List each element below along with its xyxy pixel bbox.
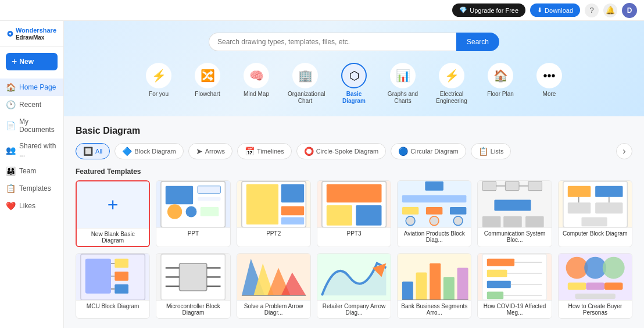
mcu-diagram-icon <box>76 254 149 300</box>
featured-templates-label: Featured Templates <box>76 167 632 176</box>
category-list: ⚡ For you 🔀 Flowchart 🧠 Mind Map 🏢 Organ… <box>76 63 632 105</box>
new-button-label: New <box>19 58 34 66</box>
upgrade-button[interactable]: 💎 Upgrade for Free <box>452 3 525 17</box>
template-thumb-aviation <box>398 181 471 227</box>
filter-tab-label: All <box>95 148 102 155</box>
circle-spoke-tab-icon: ⭕ <box>304 147 314 156</box>
new-button[interactable]: + New <box>6 53 58 70</box>
filter-tab-lists[interactable]: 📋 Lists <box>471 143 511 159</box>
svg-rect-14 <box>327 184 382 202</box>
category-label: Basic Diagram <box>337 91 371 105</box>
svg-rect-64 <box>402 281 413 300</box>
filter-tab-circle-spoke[interactable]: ⭕ Circle-Spoke Diagram <box>296 143 387 159</box>
help-icon[interactable]: ? <box>585 3 599 17</box>
template-thumb-ppt <box>156 181 230 227</box>
svg-rect-72 <box>487 269 507 277</box>
category-flowchart[interactable]: 🔀 Flowchart <box>190 63 225 105</box>
hero-banner: Search ⚡ For you 🔀 Flowchart 🧠 Mind Map <box>64 21 644 116</box>
template-bank[interactable]: Bank Business Segments Arro... <box>397 253 471 319</box>
search-input[interactable] <box>209 33 456 51</box>
category-mind-map[interactable]: 🧠 Mind Map <box>239 63 274 105</box>
sidebar-item-home[interactable]: 🏠 Home Page <box>0 79 63 96</box>
bank-diagram-icon <box>398 254 471 300</box>
sidebar-item-label: Templates <box>19 184 51 192</box>
svg-rect-20 <box>426 207 442 215</box>
sidebar-item-templates[interactable]: 📋 Templates <box>0 180 63 197</box>
sidebar-item-label: Likes <box>19 202 35 210</box>
solve-problem-diagram-icon <box>237 254 310 300</box>
svg-rect-27 <box>528 181 542 191</box>
download-button[interactable]: ⬇ Download <box>530 3 580 17</box>
template-covid[interactable]: How COVID-19 Affected Meg... <box>477 253 552 319</box>
template-label: How COVID-19 Affected Meg... <box>478 300 551 318</box>
filter-scroll-right-button[interactable]: › <box>616 143 632 159</box>
filter-tab-timelines[interactable]: 📅 Timelines <box>237 143 292 159</box>
svg-rect-11 <box>281 206 303 215</box>
template-buyer-personas[interactable]: How to Create Buyer Personas <box>558 253 632 319</box>
template-label: Retailer Company Arrow Diag... <box>317 300 391 318</box>
filter-tab-block-diagram[interactable]: 🔷 Block Diagram <box>115 143 184 159</box>
template-microcontroller[interactable]: Microcontroller Block Diagram <box>156 253 230 319</box>
sidebar-item-label: Recent <box>19 101 41 109</box>
template-ppt3[interactable]: PPT3 <box>317 180 391 247</box>
svg-rect-2 <box>166 186 193 204</box>
svg-rect-10 <box>281 184 303 202</box>
svg-rect-71 <box>487 258 514 266</box>
flowchart-icon: 🔀 <box>195 63 220 88</box>
category-floor-plan[interactable]: 🏠 Floor Plan <box>483 63 518 105</box>
template-thumb-covid <box>478 254 551 300</box>
plus-icon: + <box>108 194 119 216</box>
template-thumb-bank <box>398 254 471 300</box>
content-area: Basic Diagram 🔲 All 🔷 Block Diagram ➤ Ar… <box>64 116 644 328</box>
category-label: Electrical Engineering <box>434 91 469 105</box>
template-label: PPT3 <box>317 227 391 239</box>
section-title: Basic Diagram <box>76 126 632 136</box>
buyer-personas-diagram-icon <box>559 254 632 300</box>
search-button[interactable]: Search <box>456 33 499 51</box>
template-comm-system[interactable]: Communication System Bloc... <box>477 180 552 247</box>
templates-grid-row2: MCU Block Diagram <box>76 253 632 319</box>
filter-tab-circular[interactable]: 🔵 Circular Diagram <box>391 143 466 159</box>
main-content: Search ⚡ For you 🔀 Flowchart 🧠 Mind Map <box>64 21 644 328</box>
sidebar-nav: 🏠 Home Page 🕐 Recent 📄 My Documents 👥 Sh… <box>0 76 63 328</box>
sidebar-item-likes[interactable]: ❤️ Likes <box>0 197 63 215</box>
lists-tab-icon: 📋 <box>478 147 488 156</box>
notification-icon[interactable]: 🔔 <box>603 3 617 17</box>
template-aviation[interactable]: Aviation Products Block Diag... <box>397 180 471 247</box>
sidebar-item-team[interactable]: 👨‍👩‍👧 Team <box>0 162 63 180</box>
svg-rect-30 <box>495 199 531 211</box>
template-ppt2[interactable]: PPT2 <box>237 180 311 247</box>
filter-tab-all[interactable]: 🔲 All <box>76 143 110 159</box>
template-retailer[interactable]: Retailer Company Arrow Diag... <box>317 253 391 319</box>
category-graphs-charts[interactable]: 📊 Graphs and Charts <box>385 63 420 105</box>
app-layout: 💎 Upgrade for Free ⬇ Download ? 🔔 D Wond… <box>0 0 644 328</box>
category-more[interactable]: ••• More <box>532 63 567 105</box>
template-thumb-retailer <box>317 254 391 300</box>
category-electrical[interactable]: ⚡ Electrical Engineering <box>434 63 469 105</box>
template-thumb-ppt3 <box>317 181 391 227</box>
filter-tab-arrows[interactable]: ➤ Arrows <box>188 143 232 159</box>
sidebar-item-label: My Documents <box>19 117 58 134</box>
sidebar-item-shared[interactable]: 👥 Shared with ... <box>0 138 63 162</box>
category-org-chart[interactable]: 🏢 Organizational Chart <box>288 63 323 105</box>
category-basic-diagram[interactable]: ⬡ Basic Diagram <box>337 63 371 105</box>
sidebar-item-recent[interactable]: 🕐 Recent <box>0 96 63 113</box>
svg-point-23 <box>430 216 439 226</box>
category-for-you[interactable]: ⚡ For you <box>141 63 176 105</box>
template-solve-problem[interactable]: Solve a Problem Arrow Diagr... <box>237 253 311 319</box>
svg-rect-51 <box>180 263 207 290</box>
app-body: Wondershare EdrawMax + New 🏠 Home Page 🕐… <box>0 21 644 328</box>
user-avatar[interactable]: D <box>622 3 637 18</box>
svg-rect-32 <box>504 216 523 227</box>
sidebar-item-my-documents[interactable]: 📄 My Documents <box>0 113 63 138</box>
template-label: Aviation Products Block Diag... <box>398 227 471 245</box>
template-mcu[interactable]: MCU Block Diagram <box>76 253 150 319</box>
template-thumb-comm-system <box>478 181 551 227</box>
retailer-diagram-icon <box>317 254 391 300</box>
template-computer-block[interactable]: Computer Block Diagram <box>558 180 632 247</box>
svg-rect-73 <box>487 280 511 288</box>
ppt-diagram-icon <box>156 181 230 227</box>
template-ppt[interactable]: PPT <box>156 180 230 247</box>
template-new-blank[interactable]: + New Blank Basic Diagram <box>76 180 150 247</box>
download-label: Download <box>545 7 573 14</box>
